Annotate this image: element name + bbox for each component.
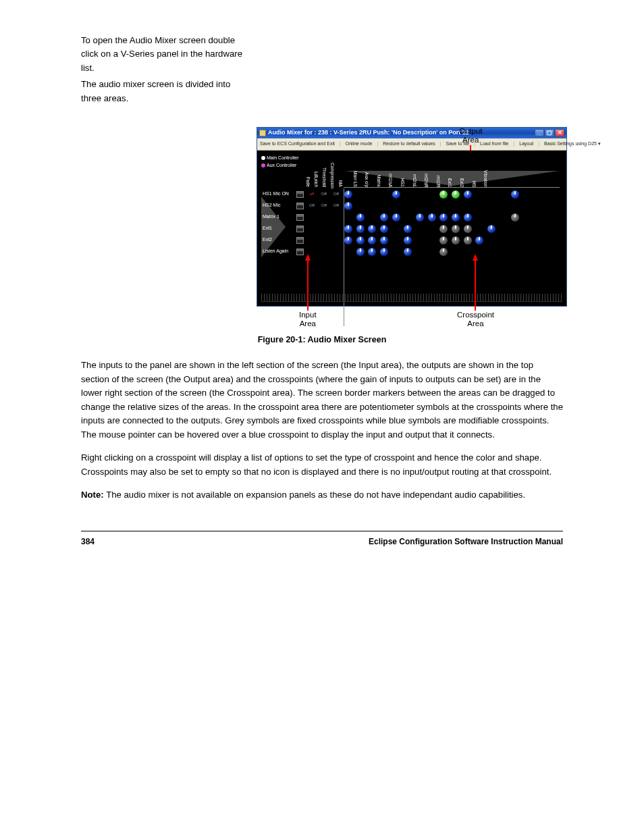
crosspoint-knob	[439, 236, 448, 244]
minimize-button[interactable]: _	[535, 129, 544, 137]
crosspoint-knob[interactable]	[428, 213, 436, 221]
crosspoint-cell	[450, 213, 462, 221]
toggle-off[interactable]: Off	[320, 191, 328, 197]
crosspoint-cell	[402, 225, 414, 233]
input-col-header: Fade	[304, 163, 311, 187]
close-button[interactable]: ✕	[555, 129, 564, 137]
input-label: HS2 Mic	[263, 202, 295, 209]
crosspoint-row	[342, 223, 557, 234]
output-header: Ext1	[441, 163, 454, 187]
menu-basic-settings[interactable]: Basic Settings using D25 ▾	[543, 140, 601, 149]
crosspoint-cell	[342, 190, 354, 199]
crosspoint-knob[interactable]	[487, 225, 495, 233]
crosspoint-cell	[414, 213, 426, 221]
crosspoint-knob[interactable]	[356, 236, 365, 244]
maximize-button[interactable]: ▢	[545, 129, 554, 137]
crosspoint-knob	[464, 225, 472, 233]
input-row: Matrix 1	[263, 211, 352, 223]
output-header: mt1/sA	[382, 163, 394, 187]
window-title: Audio Mixer for : 238 : V-Series 2RU Pus…	[268, 128, 469, 138]
crosspoint-knob[interactable]	[356, 248, 365, 256]
toggle-off[interactable]: Off	[320, 203, 328, 209]
crosspoint-cell	[462, 213, 474, 221]
toggle-off[interactable]: Off	[332, 191, 340, 197]
crosspoint-knob[interactable]	[416, 213, 424, 221]
crosspoint-knob[interactable]	[392, 190, 400, 199]
crosspoint-knob[interactable]	[368, 236, 376, 244]
note-text: The audio mixer is not available on expa…	[106, 490, 525, 500]
crosspoint-knob[interactable]	[368, 248, 376, 256]
crosspoint-knob[interactable]	[452, 190, 460, 199]
output-header: Ext2	[453, 163, 465, 187]
crosspoint-knob[interactable]	[356, 213, 365, 221]
footer-title: Eclipse Configuration Software Instructi…	[369, 536, 563, 548]
output-header: mt1/R	[429, 163, 441, 187]
crosspoint-knob[interactable]	[344, 202, 352, 210]
crosspoint-knob[interactable]	[344, 190, 352, 199]
crosspoint-knob[interactable]	[464, 213, 472, 221]
input-fader[interactable]	[296, 203, 304, 209]
crosspoint-cell	[438, 236, 450, 244]
input-col-header: LdLatch	[313, 163, 319, 187]
crosspoint-row	[342, 246, 557, 257]
input-label: Matrix 1	[263, 213, 295, 221]
intro-block: To open the Audio Mixer screen double cl…	[81, 34, 243, 105]
crosspoint-knob	[439, 225, 448, 233]
app-icon	[259, 130, 266, 136]
crosspoint-cell	[450, 225, 462, 233]
crosspoint-cell	[342, 202, 354, 210]
crosspoint-knob[interactable]	[380, 225, 388, 233]
toggle-off[interactable]: Off	[332, 203, 340, 209]
annot-crosspoint: Crosspoint Area	[457, 254, 494, 328]
crosspoint-cell	[378, 213, 390, 221]
crosspoint-knob[interactable]	[511, 190, 519, 199]
crosspoint-knob[interactable]	[439, 190, 448, 199]
crosspoint-knob[interactable]	[475, 236, 483, 244]
input-label: Listen Again	[263, 248, 295, 255]
input-col-header: MA	[337, 163, 344, 187]
input-fader[interactable]	[296, 191, 304, 198]
menu-save-ecs[interactable]: Save to ECS Configuration and Exit	[259, 140, 336, 149]
note-label: Note:	[81, 490, 104, 500]
menu-layout[interactable]: Layout	[518, 140, 534, 149]
crosspoint-knob[interactable]	[404, 225, 412, 233]
menu-restore[interactable]: Restore to default values	[382, 140, 435, 149]
crosspoint-knob[interactable]	[368, 225, 376, 233]
crosspoint-cell	[510, 213, 522, 221]
crosspoint-knob[interactable]	[344, 225, 352, 233]
input-fader[interactable]	[296, 237, 304, 244]
para-1: The inputs to the panel are shown in the…	[81, 359, 563, 442]
menu-load-file[interactable]: Load from file	[479, 140, 509, 149]
crosspoint-knob[interactable]	[392, 213, 400, 221]
crosspoint-knob[interactable]	[380, 236, 388, 244]
crosspoint-cell	[342, 236, 354, 244]
intro-line-2: The audio mixer screen is divided into t…	[81, 78, 243, 105]
toggle-off[interactable]: off	[308, 191, 316, 197]
annot-input: Input Area	[299, 254, 317, 328]
crosspoint-knob[interactable]	[404, 248, 412, 256]
toggle-off[interactable]: Off	[308, 203, 316, 209]
para-2: Right clicking on a crosspoint will disp…	[81, 451, 563, 479]
output-header: HS	[465, 163, 477, 187]
crosspoint-knob[interactable]	[380, 248, 388, 256]
input-row: HS1 Mic ONoffOffOffOff	[263, 188, 352, 200]
crosspoint-cell	[485, 225, 498, 233]
output-header: mt2/sL	[406, 163, 418, 187]
note-para: Note: The audio mixer is not available o…	[81, 488, 563, 502]
crosspoint-knob[interactable]	[380, 213, 388, 221]
crosspoint-knob[interactable]	[344, 236, 352, 244]
body-text: The inputs to the panel are shown in the…	[81, 359, 563, 502]
crosspoint-knob[interactable]	[452, 213, 460, 221]
input-row: HS2 MicOffOffOffOff	[263, 200, 352, 211]
crosspoint-knob[interactable]	[464, 190, 472, 199]
input-fader[interactable]	[296, 226, 304, 232]
crosspoint-cell	[474, 236, 486, 244]
crosspoint-knob[interactable]	[404, 236, 412, 244]
crosspoint-cell	[462, 225, 474, 233]
menu-online[interactable]: Online mode	[345, 140, 373, 149]
input-fader[interactable]	[296, 214, 304, 221]
crosspoint-knob[interactable]	[439, 213, 448, 221]
crosspoint-knob[interactable]	[356, 225, 365, 233]
crosspoint-knob	[511, 213, 519, 221]
figure-caption: Figure 20-1: Audio Mixer Screen	[81, 334, 563, 346]
